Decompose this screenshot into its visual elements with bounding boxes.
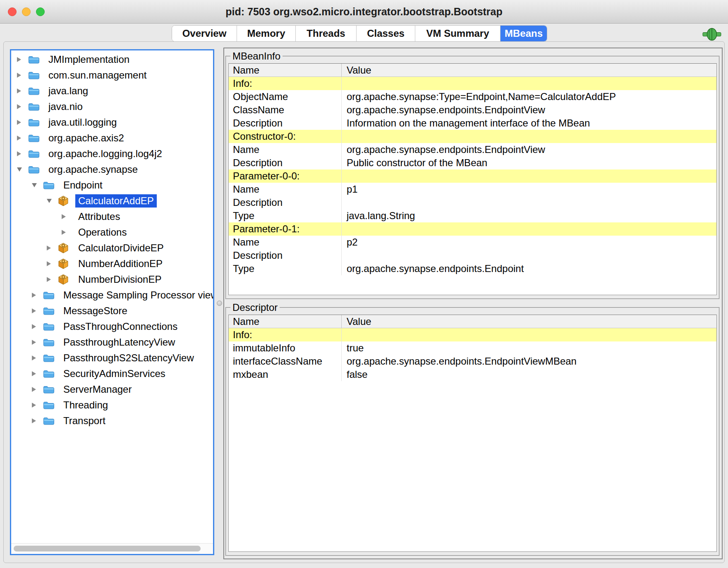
horizontal-scrollbar[interactable] <box>11 543 213 554</box>
row-value-cell: org.apache.synapse:Type=Endpoint,Name=Ca… <box>342 90 716 103</box>
table-row[interactable]: Parameter-0-0: <box>229 169 716 183</box>
table-row[interactable]: Namep2 <box>229 236 716 249</box>
table-row[interactable]: Typeorg.apache.synapse.endpoints.Endpoin… <box>229 262 716 275</box>
row-name-cell: Description <box>229 156 342 169</box>
disclosure-collapsed-icon[interactable] <box>16 88 28 94</box>
table-row[interactable]: DescriptionPublic constructor of the MBe… <box>229 156 716 169</box>
jconsole-window: pid: 7503 org.wso2.micro.integrator.boot… <box>0 0 728 568</box>
tree-item-java-nio[interactable]: java.nio <box>11 99 213 115</box>
disclosure-collapsed-icon[interactable] <box>60 214 73 220</box>
disclosure-collapsed-icon[interactable] <box>46 261 58 267</box>
tab-overview[interactable]: Overview <box>172 26 237 42</box>
tree-item-securityadminservices[interactable]: SecurityAdminServices <box>11 366 213 382</box>
tree-item-passthroughlatencyview[interactable]: PassthroughLatencyView <box>11 334 213 350</box>
folder-icon <box>43 416 58 425</box>
row-value-cell: p2 <box>342 236 716 249</box>
connection-status-icon[interactable] <box>702 28 721 41</box>
tree-item-org-apache-synapse[interactable]: org.apache.synapse <box>11 162 213 177</box>
disclosure-expanded-icon[interactable] <box>16 167 28 172</box>
tree-item-endpoint[interactable]: Endpoint <box>11 177 213 193</box>
mbean-icon <box>58 274 73 285</box>
column-header-name[interactable]: Name <box>229 315 342 328</box>
disclosure-collapsed-icon[interactable] <box>16 72 28 78</box>
tab-vm-summary[interactable]: VM Summary <box>415 26 500 42</box>
table-row[interactable]: ObjectNameorg.apache.synapse:Type=Endpoi… <box>229 90 716 103</box>
table-row[interactable]: Nameorg.apache.synapse.endpoints.Endpoin… <box>229 143 716 156</box>
disclosure-collapsed-icon[interactable] <box>31 324 43 329</box>
disclosure-collapsed-icon[interactable] <box>16 119 28 125</box>
table-row[interactable]: Namep1 <box>229 183 716 196</box>
disclosure-collapsed-icon[interactable] <box>31 308 43 314</box>
tree-item-java-util-logging[interactable]: java.util.logging <box>11 115 213 130</box>
tree-item-messagestore[interactable]: MessageStore <box>11 303 213 319</box>
disclosure-collapsed-icon[interactable] <box>31 402 43 408</box>
disclosure-collapsed-icon[interactable] <box>31 418 43 424</box>
tree-item-transport[interactable]: Transport <box>11 413 213 429</box>
scrollbar-thumb[interactable] <box>14 546 201 551</box>
tree-item-passthroughconnections[interactable]: PassThroughConnections <box>11 319 213 334</box>
tree-item-passthroughs2slatencyview[interactable]: PassthroughS2SLatencyView <box>11 350 213 366</box>
tree-item-org-apache-logging-log4j2[interactable]: org.apache.logging.log4j2 <box>11 146 213 162</box>
table-row[interactable]: Parameter-0-1: <box>229 222 716 236</box>
column-header-name[interactable]: Name <box>229 64 342 76</box>
tab-mbeans[interactable]: MBeans <box>500 26 547 42</box>
tree-item-message-sampling-processor-view[interactable]: Message Sampling Processor view <box>11 287 213 303</box>
tree-item-threading[interactable]: Threading <box>11 397 213 413</box>
disclosure-collapsed-icon[interactable] <box>46 277 58 282</box>
disclosure-collapsed-icon[interactable] <box>31 339 43 345</box>
folder-icon <box>28 118 43 127</box>
tab-memory[interactable]: Memory <box>237 26 296 42</box>
tree-item-attributes[interactable]: Attributes <box>11 209 213 224</box>
table-row[interactable]: Constructor-0: <box>229 130 716 143</box>
row-value-cell <box>342 222 716 236</box>
column-header-value[interactable]: Value <box>342 64 716 76</box>
tree-item-java-lang[interactable]: java.lang <box>11 83 213 99</box>
column-header-value[interactable]: Value <box>342 315 716 328</box>
table-row[interactable]: Info: <box>229 328 716 341</box>
table-row[interactable]: Description <box>229 196 716 209</box>
row-name-cell: Type <box>229 262 342 275</box>
splitter-handle[interactable] <box>217 301 222 306</box>
tab-threads[interactable]: Threads <box>296 26 357 42</box>
disclosure-collapsed-icon[interactable] <box>46 245 58 251</box>
table-row[interactable]: DescriptionInformation on the management… <box>229 117 716 130</box>
tree-item-operations[interactable]: Operations <box>11 224 213 240</box>
table-row[interactable]: Description <box>229 249 716 262</box>
tree-item-jmimplementation[interactable]: JMImplementation <box>11 52 213 67</box>
disclosure-collapsed-icon[interactable] <box>16 151 28 157</box>
table-row[interactable]: Info: <box>229 77 716 90</box>
descriptor-groupbox: Descriptor NameValue Info:immutableInfot… <box>225 307 720 556</box>
tree-item-label: org.apache.logging.log4j2 <box>46 147 165 160</box>
zoom-button[interactable] <box>36 7 45 16</box>
tree-item-calculatordivideep[interactable]: CalculatorDivideEP <box>11 240 213 256</box>
disclosure-collapsed-icon[interactable] <box>16 57 28 62</box>
table-row[interactable]: interfaceClassNameorg.apache.synapse.end… <box>229 355 716 368</box>
disclosure-expanded-icon[interactable] <box>46 198 58 203</box>
mbean-tree: JMImplementationcom.sun.managementjava.l… <box>11 52 213 543</box>
tree-item-calculatoraddep[interactable]: CalculatorAddEP <box>11 193 213 209</box>
disclosure-expanded-icon[interactable] <box>31 183 43 188</box>
tree-item-com-sun-management[interactable]: com.sun.management <box>11 67 213 83</box>
disclosure-collapsed-icon[interactable] <box>16 135 28 141</box>
disclosure-collapsed-icon[interactable] <box>16 104 28 110</box>
tree-item-numberdivisionep[interactable]: NumberDivisionEP <box>11 272 213 287</box>
tree-item-servermanager[interactable]: ServerManager <box>11 382 213 397</box>
table-row[interactable]: immutableInfotrue <box>229 341 716 355</box>
table-row[interactable]: ClassNameorg.apache.synapse.endpoints.En… <box>229 103 716 117</box>
tab-classes[interactable]: Classes <box>357 26 415 42</box>
disclosure-collapsed-icon[interactable] <box>31 355 43 361</box>
table-row[interactable]: Typejava.lang.String <box>229 209 716 222</box>
minimize-button[interactable] <box>22 7 31 16</box>
disclosure-collapsed-icon[interactable] <box>31 371 43 377</box>
tree-item-numberadditionep[interactable]: NumberAdditionEP <box>11 256 213 272</box>
close-button[interactable] <box>8 7 17 16</box>
disclosure-collapsed-icon[interactable] <box>60 229 73 235</box>
tree-item-org-apache-axis2[interactable]: org.apache.axis2 <box>11 130 213 146</box>
disclosure-collapsed-icon[interactable] <box>31 292 43 298</box>
row-name-cell: Constructor-0: <box>229 130 342 143</box>
mbeaninfo-group-title: MBeanInfo <box>230 50 283 62</box>
row-value-cell <box>342 249 716 262</box>
table-row[interactable]: mxbeanfalse <box>229 368 716 381</box>
disclosure-collapsed-icon[interactable] <box>31 387 43 392</box>
tree-item-label: com.sun.management <box>46 69 149 82</box>
